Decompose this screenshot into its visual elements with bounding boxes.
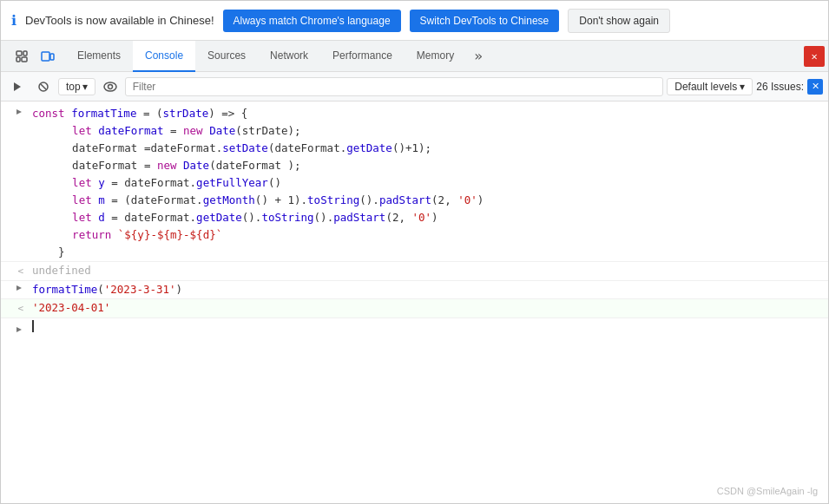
svg-marker-13 bbox=[16, 327, 22, 332]
code-line-4: dateFormat = new Date(dateFormat ); bbox=[1, 157, 828, 174]
svg-rect-2 bbox=[16, 57, 20, 62]
watermark: CSDN @SmileAgain -lg bbox=[717, 486, 818, 496]
issues-close-button[interactable]: ✕ bbox=[807, 79, 823, 95]
svg-point-9 bbox=[104, 82, 116, 91]
svg-line-8 bbox=[41, 84, 46, 89]
close-devtools-button[interactable]: ✕ bbox=[804, 46, 825, 67]
function-call: formatTime('2023-3-31') bbox=[1, 280, 828, 298]
issues-badge: 26 Issues: ✕ bbox=[756, 79, 823, 95]
info-bar: ℹ DevTools is now available in Chinese! … bbox=[1, 1, 828, 41]
undefined-result: < undefined bbox=[1, 261, 828, 280]
log-levels-selector[interactable]: Default levels ▾ bbox=[667, 78, 753, 95]
match-language-button[interactable]: Always match Chrome's language bbox=[223, 10, 401, 32]
svg-rect-1 bbox=[23, 51, 27, 56]
more-tabs-button[interactable]: » bbox=[466, 44, 490, 69]
switch-chinese-button[interactable]: Switch DevTools to Chinese bbox=[410, 10, 560, 32]
code-line-7: let d = dateFormat.getDate().toString().… bbox=[1, 209, 828, 226]
code-block-end: } bbox=[1, 244, 828, 261]
svg-marker-11 bbox=[16, 109, 22, 115]
dont-show-again-button[interactable]: Don't show again bbox=[568, 9, 670, 33]
code-block-start: const formatTime = (strDate) => { bbox=[1, 105, 828, 122]
svg-marker-6 bbox=[14, 82, 21, 91]
tab-memory[interactable]: Memory bbox=[405, 41, 466, 72]
device-toggle-icon[interactable] bbox=[36, 44, 60, 69]
tab-network[interactable]: Network bbox=[258, 41, 320, 72]
tab-performance[interactable]: Performance bbox=[320, 41, 405, 72]
console-body: top ▾ Default levels ▾ 26 Issues: ✕ bbox=[1, 72, 828, 503]
console-input-line[interactable] bbox=[1, 317, 828, 338]
tab-elements[interactable]: Elements bbox=[65, 41, 133, 72]
console-output: const formatTime = (strDate) => { let da… bbox=[1, 101, 828, 503]
svg-rect-0 bbox=[16, 51, 22, 56]
svg-point-10 bbox=[108, 84, 112, 88]
code-line-5: let y = dateFormat.getFullYear() bbox=[1, 174, 828, 192]
code-line-2: let dateFormat = new Date(strDate); bbox=[1, 122, 828, 140]
tabs-bar: Elements Console Sources Network Perform… bbox=[1, 41, 828, 72]
svg-marker-12 bbox=[16, 285, 22, 291]
run-button[interactable] bbox=[6, 75, 29, 98]
code-line-3: dateFormat =dateFormat.setDate(dateForma… bbox=[1, 140, 828, 157]
tab-sources[interactable]: Sources bbox=[195, 41, 258, 72]
context-selector[interactable]: top ▾ bbox=[58, 78, 95, 95]
tab-icon-group bbox=[4, 44, 65, 69]
console-toolbar: top ▾ Default levels ▾ 26 Issues: ✕ bbox=[1, 72, 828, 101]
tab-console[interactable]: Console bbox=[133, 41, 195, 72]
code-line-8: return `${y}-${m}-${d}` bbox=[1, 226, 828, 244]
svg-rect-4 bbox=[42, 52, 49, 61]
inspect-icon[interactable] bbox=[10, 44, 34, 69]
info-icon: ℹ bbox=[11, 12, 16, 29]
function-result: < '2023-04-01' bbox=[1, 298, 828, 317]
code-line-6: let m = (dateFormat.getMonth() + 1).toSt… bbox=[1, 192, 828, 209]
info-message: DevTools is now available in Chinese! bbox=[25, 14, 214, 27]
filter-input[interactable] bbox=[125, 77, 664, 96]
svg-rect-5 bbox=[50, 54, 54, 60]
eye-button[interactable] bbox=[99, 75, 122, 98]
clear-console-button[interactable] bbox=[32, 75, 55, 98]
svg-rect-3 bbox=[22, 57, 27, 62]
text-cursor bbox=[32, 320, 34, 332]
